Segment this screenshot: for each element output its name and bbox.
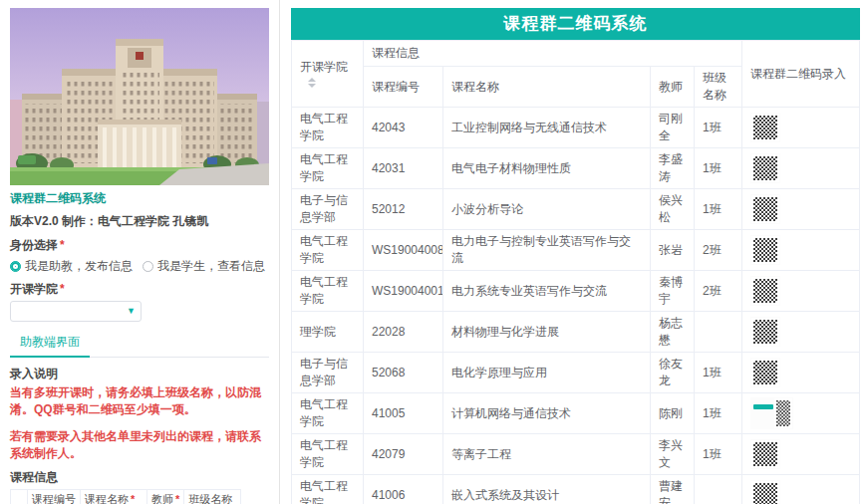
mini-col-class: 班级名称: [184, 489, 241, 504]
course-info-title: 课程信息: [10, 469, 269, 486]
name-cell: 电化学原理与应用: [443, 353, 651, 393]
table-row: 电子与信息学部52012小波分析导论侯兴松1班: [292, 189, 860, 230]
name-cell: 小波分析导论: [443, 189, 651, 230]
app-window: 课程群二维码系统 版本V2.0 制作：电气工程学院 孔镜凯 身份选择* 我是助教…: [0, 0, 865, 504]
teacher-cell: 杨志懋: [651, 312, 695, 353]
qr-cell: [742, 312, 860, 353]
code-cell: 42043: [364, 108, 443, 148]
name-cell: 电力系统专业英语写作与交流: [443, 271, 651, 312]
sidebar-title: 课程群二维码系统: [10, 190, 269, 207]
sort-icon[interactable]: [308, 78, 316, 88]
name-cell: 工业控制网络与无线通信技术: [443, 108, 651, 148]
teacher-cell: 司刚全: [651, 108, 695, 148]
class-cell: 1班: [695, 148, 742, 189]
qr-cell: [742, 148, 860, 189]
college-label: 开课学院*: [10, 281, 269, 298]
qr-code-image[interactable]: [750, 276, 780, 306]
identity-label: 身份选择*: [10, 237, 269, 254]
class-cell: 2班: [695, 230, 742, 271]
course-info-group-header: 课程信息: [364, 41, 742, 67]
college-cell: 电气工程学院: [292, 271, 364, 312]
code-cell: WS19004008: [364, 230, 443, 271]
college-cell: 电气工程学院: [292, 108, 364, 148]
name-cell: 计算机网络与通信技术: [443, 393, 651, 434]
qr-code-image[interactable]: [750, 235, 780, 265]
sidebar: 课程群二维码系统 版本V2.0 制作：电气工程学院 孔镜凯 身份选择* 我是助教…: [0, 0, 280, 504]
name-cell: 嵌入式系统及其设计: [443, 475, 651, 504]
name-column-header: 课程名称: [443, 67, 651, 108]
qr-code-image[interactable]: [750, 317, 780, 347]
class-cell: 1班: [695, 189, 742, 230]
table-row: 电气工程学院WS19004008电力电子与控制专业英语写作与交流张岩2班: [292, 230, 860, 271]
qr-cell: [742, 271, 860, 312]
radio-student[interactable]: 我是学生，查看信息: [143, 258, 265, 275]
radio-assistant[interactable]: 我是助教，发布信息: [10, 258, 133, 275]
code-column-header: 课程编号: [364, 67, 443, 108]
chevron-down-icon: ▼: [127, 307, 136, 316]
teacher-cell: 秦博宇: [651, 271, 695, 312]
mini-col-code: 课程编号: [28, 489, 81, 504]
qr-pattern-icon: [776, 400, 790, 426]
table-row: 理学院22028材料物理与化学进展杨志懋: [292, 312, 860, 353]
note-line-1: 当有多班开课时，请务必填上班级名称，以防混淆。QQ群号和二维码至少填一项。: [10, 384, 269, 419]
college-cell: 电气工程学院: [292, 230, 364, 271]
qr-code-image[interactable]: [750, 358, 780, 387]
qr-pattern-icon: [753, 320, 777, 344]
qr-code-image[interactable]: [750, 480, 780, 504]
teacher-cell: 徐友龙: [651, 353, 695, 393]
qr-cell: [742, 108, 860, 148]
code-cell: 41005: [364, 393, 443, 434]
qr-pattern-icon: [753, 116, 777, 139]
course-table-body: 电气工程学院42043工业控制网络与无线通信技术司刚全1班电气工程学院42031…: [292, 108, 860, 504]
radio-assistant-label: 我是助教，发布信息: [25, 258, 133, 275]
qr-pattern-icon: [753, 483, 777, 504]
radio-student-label: 我是学生，查看信息: [157, 258, 265, 275]
teacher-cell: 张岩: [651, 230, 695, 271]
mini-col-teacher: 教师*: [147, 489, 184, 504]
college-column-header[interactable]: 开课学院: [292, 41, 364, 108]
qr-cell: [742, 353, 860, 393]
tab-assistant-panel[interactable]: 助教端界面: [10, 331, 90, 358]
college-select[interactable]: ▼: [10, 301, 142, 322]
teacher-cell: 陈刚: [651, 393, 695, 434]
class-cell: [695, 312, 742, 353]
teacher-cell: 李盛涛: [651, 148, 695, 189]
required-mark: *: [60, 238, 65, 252]
campus-building-photo: [10, 8, 269, 185]
class-cell: [695, 475, 742, 504]
notes-title: 录入说明: [10, 366, 269, 382]
required-mark: *: [131, 493, 135, 504]
table-row: 电气工程学院42043工业控制网络与无线通信技术司刚全1班: [292, 108, 860, 148]
course-table: 开课学院 课程信息 课程群二维码录入 课程编号 课程名称 教师 班级名称 电气工…: [291, 40, 860, 504]
name-cell: 材料物理与化学进展: [443, 312, 651, 353]
mini-col-name: 课程名称*: [81, 489, 147, 504]
table-row: 电气工程学院41006嵌入式系统及其设计曹建安: [292, 475, 860, 504]
class-cell: 1班: [695, 108, 742, 148]
college-cell: 电气工程学院: [292, 393, 364, 434]
qr-pattern-icon: [753, 361, 777, 384]
college-cell: 电子与信息学部: [292, 353, 364, 393]
college-cell: 电气工程学院: [292, 148, 364, 189]
qr-code-image[interactable]: [750, 397, 793, 429]
qr-pattern-icon: [753, 238, 777, 262]
qr-code-image[interactable]: [750, 439, 780, 469]
required-mark: *: [60, 282, 65, 296]
code-cell: 42079: [364, 434, 443, 475]
qr-cell: [742, 475, 860, 504]
qr-code-image[interactable]: [750, 153, 780, 183]
version-line: 版本V2.0 制作：电气工程学院 孔镜凯: [10, 213, 269, 230]
class-column-header: 班级名称: [695, 67, 742, 108]
qr-code-image[interactable]: [750, 113, 780, 142]
name-cell: 电力电子与控制专业英语写作与交流: [443, 230, 651, 271]
qr-cell: [742, 230, 860, 271]
required-mark: *: [175, 493, 179, 504]
name-cell: 电气电子材料物理性质: [443, 148, 651, 189]
college-cell: 理学院: [292, 312, 364, 353]
table-row: 电气工程学院41005计算机网络与通信技术陈刚1班: [292, 393, 860, 434]
college-cell: 电气工程学院: [292, 475, 364, 504]
code-cell: 52068: [364, 353, 443, 393]
code-cell: WS19004001: [364, 271, 443, 312]
table-header-row-1: 开课学院 课程信息 课程群二维码录入: [292, 41, 860, 67]
course-entry-table: 课程编号 课程名称* 教师* 班级名称 1 暂无内容 ▼ ▼: [10, 489, 241, 504]
qr-code-image[interactable]: [750, 194, 780, 224]
